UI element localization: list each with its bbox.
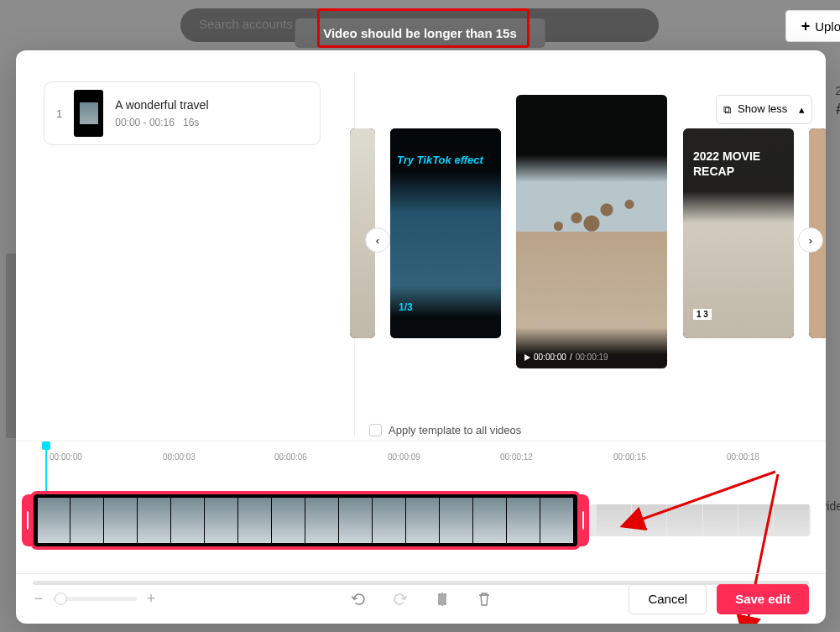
timeline-ruler[interactable]: 00:00:00 00:00:03 00:00:06 00:00:09 00:0… [16, 450, 826, 467]
selected-frames [37, 498, 574, 543]
chevron-left-icon: ‹ [376, 234, 379, 247]
tick: 00:00:00 [50, 452, 82, 462]
tick: 00:00:18 [727, 452, 759, 462]
trash-icon [477, 591, 492, 608]
clip-thumbnail [74, 90, 103, 137]
template-thumb-selected[interactable]: 00:00:00/00:00:19 [516, 95, 667, 368]
split-icon [434, 591, 451, 608]
template-thumb-recap[interactable]: 2022 MOVIE RECAP 1 3 [683, 128, 794, 338]
clip-title: A wonderful travel [115, 98, 208, 112]
undo-button[interactable] [348, 589, 368, 609]
apply-template-checkbox[interactable]: Apply template to all videos [369, 424, 521, 436]
template-effect-page: 1/3 [399, 301, 413, 313]
delete-button[interactable] [474, 589, 494, 609]
caret-up-icon: ▴ [799, 103, 805, 116]
tick: 00:00:03 [163, 452, 196, 462]
zoom-slider-handle[interactable] [55, 593, 67, 605]
zoom-slider[interactable] [53, 597, 137, 601]
cancel-button[interactable]: Cancel [629, 584, 707, 614]
editor-footer: − + Cancel Save edit [16, 573, 826, 624]
split-button[interactable] [432, 589, 452, 609]
show-less-toggle[interactable]: ⧉ Show less ▴ [716, 95, 812, 124]
template-effect-label: Try TikTok effect [397, 154, 494, 166]
clip-track[interactable] [30, 491, 811, 550]
video-edit-modal: 1 A wonderful travel 00:00 - 00:16 16s T… [16, 50, 826, 624]
clip-subtitle: 00:00 - 00:16 16s [115, 117, 208, 128]
template-thumb-effect[interactable]: Try TikTok effect 1/3 [390, 128, 501, 338]
background-hash: # [836, 101, 840, 118]
tick: 00:00:06 [274, 452, 307, 462]
annotation-callout [317, 8, 530, 48]
trim-handle-right[interactable] [577, 494, 589, 546]
template-recap-title: 2022 MOVIE RECAP [693, 149, 794, 179]
clip-card[interactable]: 1 A wonderful travel 00:00 - 00:16 16s [44, 81, 321, 145]
chevron-right-icon: › [809, 234, 812, 247]
zoom-control[interactable]: − + [33, 590, 157, 608]
play-icon[interactable] [524, 354, 530, 361]
clip-index: 1 [56, 107, 62, 120]
template-carousel: Try TikTok effect 1/3 00:00:00/00:00:19 … [350, 78, 826, 422]
template-recap-page: 1 3 [693, 309, 712, 320]
plus-icon: + [801, 18, 811, 35]
redo-button[interactable] [390, 589, 410, 609]
trim-selection[interactable] [30, 491, 581, 550]
trim-handle-left[interactable] [22, 494, 34, 546]
tick: 00:00:15 [613, 452, 646, 462]
zoom-in-button[interactable]: + [145, 590, 157, 608]
checkbox-icon[interactable] [369, 424, 382, 436]
unselected-frames [596, 504, 809, 536]
playhead[interactable] [45, 446, 47, 492]
collapse-icon: ⧉ [723, 103, 731, 117]
background-side-number: 22 [835, 84, 840, 97]
divider [16, 441, 826, 441]
carousel-prev-button[interactable]: ‹ [365, 227, 390, 253]
zoom-out-button[interactable]: − [33, 590, 44, 608]
tick: 00:00:12 [500, 452, 533, 462]
carousel-next-button[interactable]: › [798, 227, 823, 253]
tick: 00:00:09 [388, 452, 420, 462]
playback-time: 00:00:00/00:00:19 [524, 353, 608, 362]
save-edit-button[interactable]: Save edit [717, 584, 809, 614]
undo-icon [350, 591, 367, 608]
redo-icon [392, 591, 409, 608]
background-upload-button: +Uplo [785, 10, 840, 42]
